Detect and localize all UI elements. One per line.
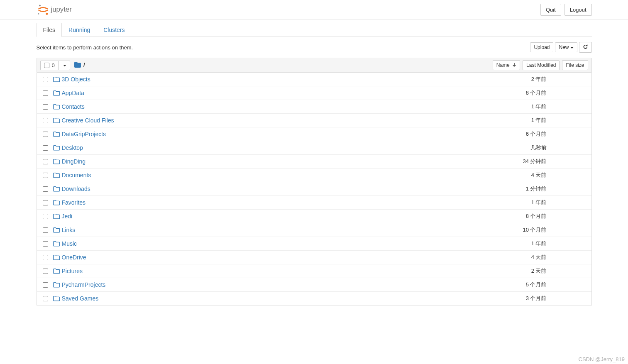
file-row: Pictures2 天前	[37, 264, 591, 278]
jupyter-logo[interactable]: jupyter	[37, 3, 90, 16]
row-checkbox[interactable]	[40, 269, 51, 274]
item-modified: 8 个月前	[526, 213, 588, 220]
item-name[interactable]: Music	[62, 240, 77, 247]
file-list: 3D Objects2 年前AppData8 个月前Contacts1 年前Cr…	[37, 73, 592, 305]
item-name[interactable]: Saved Games	[62, 295, 99, 302]
row-checkbox[interactable]	[40, 90, 51, 96]
caret-down-icon	[63, 65, 66, 66]
folder-icon	[51, 186, 62, 192]
item-modified: 4 天前	[531, 254, 588, 261]
row-checkbox[interactable]	[40, 173, 51, 178]
sort-file-size[interactable]: File size	[562, 60, 588, 70]
item-name[interactable]: Pictures	[62, 268, 83, 274]
folder-icon	[51, 117, 62, 123]
select-hint: Select items to perform actions on them.	[37, 44, 133, 51]
svg-point-2	[38, 13, 39, 15]
row-checkbox[interactable]	[40, 159, 51, 164]
file-row: Creative Cloud Files1 年前	[37, 114, 591, 127]
list-header: 0 / Name Last Modified File size	[37, 58, 592, 73]
file-row: PycharmProjects5 个月前	[37, 278, 591, 292]
item-modified: 34 分钟前	[523, 158, 588, 165]
row-checkbox[interactable]	[40, 282, 51, 288]
item-name[interactable]: Documents	[62, 172, 91, 178]
folder-icon	[74, 62, 81, 69]
item-modified: 10 个月前	[523, 226, 588, 234]
refresh-icon	[583, 44, 588, 49]
item-name[interactable]: DataGripProjects	[62, 131, 106, 137]
item-name[interactable]: Favorites	[62, 199, 86, 206]
item-modified: 1 年前	[531, 103, 588, 110]
row-checkbox[interactable]	[40, 118, 51, 123]
item-modified: 1 年前	[531, 240, 588, 247]
folder-icon	[51, 241, 62, 247]
select-count: 0	[52, 62, 55, 68]
row-checkbox[interactable]	[40, 227, 51, 233]
item-name[interactable]: Contacts	[62, 103, 85, 110]
svg-point-1	[46, 13, 48, 15]
tab-running[interactable]: Running	[62, 23, 97, 37]
file-row: Contacts1 年前	[37, 100, 591, 114]
item-modified: 几秒前	[530, 144, 588, 151]
row-checkbox[interactable]	[40, 200, 51, 205]
quit-button[interactable]: Quit	[540, 4, 561, 16]
row-checkbox[interactable]	[40, 77, 51, 82]
row-checkbox[interactable]	[40, 296, 51, 301]
item-name[interactable]: 3D Objects	[62, 76, 90, 83]
item-modified: 5 个月前	[526, 281, 588, 288]
item-name[interactable]: Creative Cloud Files	[62, 117, 114, 124]
item-name[interactable]: Desktop	[62, 144, 83, 151]
sort-last-modified[interactable]: Last Modified	[523, 60, 560, 70]
select-dropdown[interactable]	[58, 61, 70, 70]
breadcrumb-root[interactable]: /	[83, 62, 85, 68]
upload-button[interactable]: Upload	[530, 42, 553, 52]
item-name[interactable]: AppData	[62, 90, 84, 96]
file-row: Documents4 天前	[37, 169, 591, 182]
row-checkbox[interactable]	[40, 186, 51, 192]
new-dropdown[interactable]: New	[555, 42, 577, 52]
item-name[interactable]: Jedi	[62, 213, 73, 220]
item-modified: 6 个月前	[526, 130, 588, 138]
file-row: DataGripProjects6 个月前	[37, 127, 591, 141]
folder-icon	[51, 282, 62, 288]
tab-clusters[interactable]: Clusters	[97, 23, 131, 37]
row-checkbox[interactable]	[40, 104, 51, 110]
name-col-label: Name	[496, 62, 510, 68]
item-name[interactable]: Links	[62, 227, 76, 233]
folder-icon	[51, 90, 62, 96]
item-name[interactable]: DingDing	[62, 158, 86, 165]
tab-bar: FilesRunningClusters	[37, 23, 592, 37]
folder-icon	[51, 296, 62, 301]
folder-icon	[51, 76, 62, 82]
item-modified: 4 天前	[531, 171, 588, 179]
item-modified: 1 年前	[531, 199, 588, 206]
tab-files[interactable]: Files	[37, 23, 62, 37]
breadcrumb[interactable]: /	[74, 62, 85, 69]
file-row: OneDrive4 天前	[37, 251, 591, 264]
file-row: DingDing34 分钟前	[37, 155, 591, 169]
folder-icon	[51, 159, 62, 164]
file-row: Desktop几秒前	[37, 141, 591, 155]
logout-button[interactable]: Logout	[564, 4, 592, 16]
select-all-checkbox[interactable]	[44, 63, 49, 68]
row-checkbox[interactable]	[40, 145, 51, 151]
caret-down-icon	[570, 47, 574, 49]
row-checkbox[interactable]	[40, 214, 51, 219]
refresh-button[interactable]	[579, 42, 592, 53]
item-modified: 2 天前	[531, 267, 588, 275]
item-modified: 1 年前	[531, 117, 588, 124]
select-all-group[interactable]: 0	[40, 61, 70, 70]
item-modified: 3 个月前	[526, 295, 588, 302]
sort-name[interactable]: Name	[493, 60, 520, 70]
svg-text:jupyter: jupyter	[50, 5, 72, 13]
item-name[interactable]: PycharmProjects	[62, 281, 106, 288]
folder-icon	[51, 268, 62, 274]
item-modified: 2 年前	[531, 76, 588, 83]
folder-icon	[51, 145, 62, 151]
row-checkbox[interactable]	[40, 132, 51, 137]
item-name[interactable]: OneDrive	[62, 254, 86, 261]
header: jupyter Quit Logout	[0, 0, 628, 20]
row-checkbox[interactable]	[40, 255, 51, 260]
row-checkbox[interactable]	[40, 241, 51, 247]
item-name[interactable]: Downloads	[62, 186, 90, 192]
svg-point-0	[39, 5, 41, 6]
